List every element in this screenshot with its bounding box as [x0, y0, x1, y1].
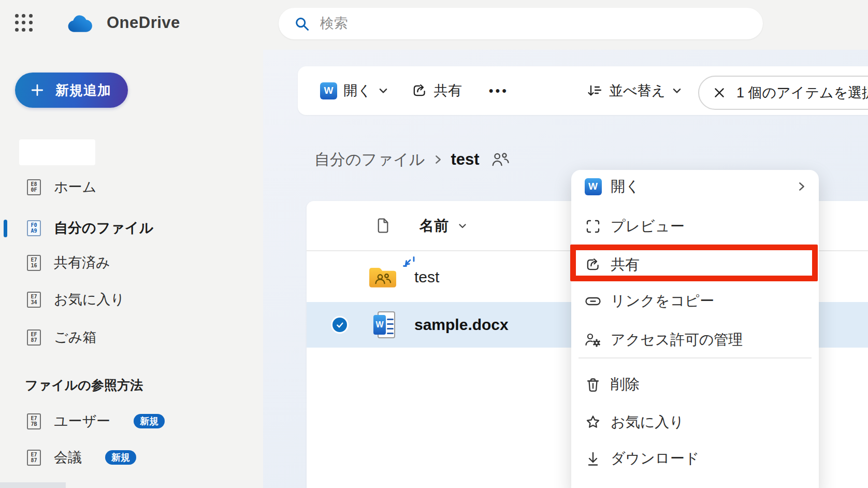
selection-status-pill: 1 個のアイテムを選択 [698, 76, 868, 110]
menu-item-download[interactable]: ダウンロード [571, 444, 819, 473]
sidebar-item-meetings[interactable]: E787 会議 新規 [0, 441, 259, 474]
menu-item-preview[interactable]: プレビュー [571, 212, 819, 241]
menu-item-manage-access[interactable]: アクセス許可の管理 [571, 325, 819, 354]
word-file-icon: W [373, 310, 397, 339]
open-button-label: 開く [343, 81, 372, 100]
app-title: OneDrive [107, 13, 180, 32]
chevron-down-icon [458, 221, 467, 231]
onedrive-cloud-logo-icon [67, 13, 96, 36]
sort-button[interactable]: 並べ替え [586, 81, 682, 100]
breadcrumb-current-folder: test [451, 150, 480, 169]
people-icon: E77B [27, 413, 41, 429]
onedrive-window: OneDrive W 開く 共有 ••• [0, 0, 868, 488]
menu-item-favorite[interactable]: お気に入り [571, 408, 819, 437]
clear-selection-button[interactable] [713, 86, 726, 99]
search-input[interactable] [319, 15, 753, 32]
shared-folder-icon [368, 265, 398, 290]
share-button[interactable]: 共有 [411, 81, 462, 100]
chevron-right-icon [797, 181, 806, 192]
sidebar-item-people[interactable]: E77B ユーザー 新規 [0, 405, 259, 438]
delete-icon [586, 377, 600, 393]
word-icon: W [320, 82, 337, 99]
context-menu: W 開く プレビュー [571, 170, 819, 488]
share-button-label: 共有 [434, 81, 462, 100]
add-new-label: 新規追加 [55, 81, 111, 99]
favorites-icon: E734 [27, 292, 41, 308]
breadcrumb-my-files[interactable]: 自分のファイル [314, 149, 425, 170]
search-box[interactable] [279, 8, 763, 39]
shared-people-icon[interactable] [491, 151, 510, 168]
manage-access-icon [584, 332, 602, 348]
chevron-down-icon [672, 85, 682, 96]
close-icon [713, 86, 726, 99]
word-icon: W [585, 178, 602, 195]
chevron-down-icon [378, 85, 388, 96]
file-name: sample.docx [414, 316, 509, 334]
sidebar-placeholder-block [19, 139, 95, 165]
link-icon [584, 293, 602, 309]
sidebar-item-my-files[interactable]: F0A9 自分のファイル [0, 211, 259, 245]
cursor-click-indicator-icon [403, 256, 417, 271]
menu-item-delete[interactable]: 削除 [571, 370, 819, 399]
home-icon: E80F [27, 179, 41, 195]
new-badge: 新規 [134, 414, 165, 428]
bottom-partial-element [0, 482, 66, 488]
sidebar-item-home[interactable]: E80F ホーム [0, 170, 259, 204]
search-icon [294, 16, 310, 32]
menu-item-copy-link[interactable]: リンクをコピー [571, 286, 819, 315]
menu-divider [578, 357, 812, 358]
menu-item-open[interactable]: W 開く [571, 172, 819, 201]
more-icon: ••• [489, 83, 509, 98]
chevron-right-icon [433, 154, 443, 165]
sort-icon [586, 83, 603, 98]
meetings-icon: E787 [27, 450, 41, 466]
share-icon [585, 256, 601, 273]
breadcrumb: 自分のファイル test [314, 149, 510, 170]
recycle-bin-icon: EF87 [27, 329, 41, 346]
app-launcher-waffle-icon[interactable] [13, 12, 34, 33]
favorite-icon [585, 414, 601, 430]
preview-icon [585, 219, 601, 234]
new-badge: 新規 [105, 450, 136, 465]
selected-checkbox[interactable] [331, 316, 349, 334]
share-icon [411, 82, 428, 99]
sidebar-item-shared[interactable]: E716 共有済み [0, 246, 259, 279]
more-commands-button[interactable]: ••• [489, 83, 509, 98]
document-icon [375, 218, 389, 234]
download-icon [586, 451, 600, 467]
name-column-sort[interactable]: 名前 [416, 216, 470, 236]
check-icon [335, 320, 345, 330]
add-new-button[interactable]: 新規追加 [15, 73, 128, 108]
sort-button-label: 並べ替え [609, 81, 666, 100]
sidebar-item-favorites[interactable]: E734 お気に入り [0, 283, 259, 316]
selection-count-text: 1 個のアイテムを選択 [736, 83, 868, 102]
folder-name: test [414, 268, 439, 286]
browse-files-section-header: ファイルの参照方法 [25, 377, 143, 394]
open-button[interactable]: W 開く [320, 81, 388, 100]
menu-item-share[interactable]: 共有 [571, 250, 819, 279]
plus-icon [31, 83, 44, 97]
sidebar-item-recycle-bin[interactable]: EF87 ごみ箱 [0, 321, 259, 354]
shared-icon: E716 [27, 255, 41, 271]
my-files-icon: F0A9 [27, 220, 41, 236]
